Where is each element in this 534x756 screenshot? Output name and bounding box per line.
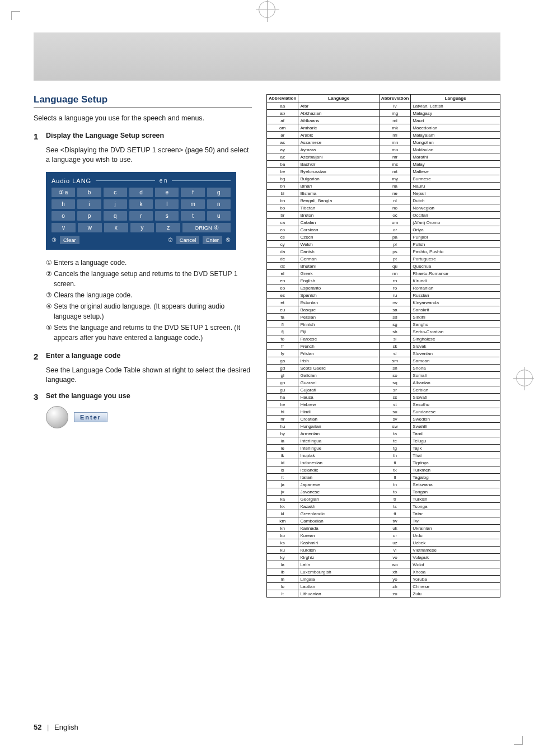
key-x[interactable]: x <box>104 223 128 232</box>
language-code-table: AbbreviationLanguageAbbreviationLanguage… <box>266 94 500 598</box>
table-row: faPersiansdSindhi <box>267 314 500 321</box>
table-row: fjFijishSerbo-Croatian <box>267 328 500 335</box>
crop-mark-icon <box>514 736 523 745</box>
key-b[interactable]: b <box>77 188 101 197</box>
page-footer: 52 | English <box>34 723 78 731</box>
table-row: fiFinnishsgSangho <box>267 321 500 328</box>
key-v[interactable]: v <box>51 223 76 232</box>
section-title: Language Setup <box>34 94 252 105</box>
key-w[interactable]: w <box>78 223 102 232</box>
table-row: bgBulgarianmyBurmese <box>267 175 500 183</box>
enter-button[interactable]: Enter <box>203 236 222 244</box>
table-row: gdScots GaelicsnShona <box>267 365 500 372</box>
clear-button[interactable]: Clear <box>60 236 79 244</box>
table-row: arArabicmlMalayalam <box>267 132 500 139</box>
table-row: boTibetannoNorwegian <box>267 204 500 212</box>
header-band <box>34 32 500 81</box>
step-heading: Set the language you use <box>46 392 130 402</box>
table-row: huHungarianswSwahili <box>267 423 500 430</box>
callout-item: ③ Clears the language code. <box>46 290 252 300</box>
key-h[interactable]: h <box>51 199 75 209</box>
table-row: kmCambodiantwTwi <box>267 517 500 525</box>
table-row: deGermanptPortuguese <box>267 255 500 263</box>
table-row: biBislamaneNepali <box>267 190 500 197</box>
table-row: gnGuaranisqAlbanian <box>267 379 500 386</box>
key-q[interactable]: q <box>104 211 127 221</box>
key-d[interactable]: d <box>129 188 153 197</box>
table-row: ayAymaramoMoldavian <box>267 146 500 153</box>
key-r[interactable]: r <box>129 211 153 221</box>
registration-mark-icon <box>516 370 533 386</box>
footer-language: English <box>54 723 78 731</box>
key-f[interactable]: f <box>181 188 204 197</box>
panel-preview: e n <box>160 178 167 184</box>
callout-2-icon: ② <box>168 237 173 243</box>
table-row: haHausassSiswati <box>267 394 500 401</box>
table-row: beByelorussianmtMaltese <box>267 168 500 175</box>
step-2: 2 Enter a language code <box>34 352 252 361</box>
key-i[interactable]: i <box>77 199 101 209</box>
table-row: ksKashmiriuzUzbek <box>267 539 500 547</box>
table-row: klGreenlandicttTatar <box>267 510 500 517</box>
table-row: asAssamesemnMongolian <box>267 139 500 146</box>
table-row: bhBiharinaNauru <box>267 183 500 190</box>
callout-item: ⑤ Sets the language and returns to the D… <box>46 323 252 343</box>
page-number: 52 <box>34 723 41 731</box>
table-row: aaAfarlvLatvian, Lettish <box>267 102 500 110</box>
table-row: daDanishpsPashto, Pushto <box>267 248 500 255</box>
knob-icon <box>46 406 68 428</box>
key-g[interactable]: g <box>207 188 231 197</box>
table-row: kkKazakhtsTsonga <box>267 503 500 510</box>
table-row: brBretonocOccitan <box>267 212 500 219</box>
table-header: Language <box>298 95 379 102</box>
table-row: hyArmeniantaTamil <box>267 430 500 437</box>
table-row: knKannadaukUkrainian <box>267 525 500 532</box>
key-l[interactable]: l <box>155 199 179 209</box>
table-header: Language <box>411 95 500 102</box>
table-row: lnLingalayoYoruba <box>267 576 500 583</box>
table-row: foFaroesesiSinghalese <box>267 335 500 343</box>
orign-button[interactable]: ORIGN ④ <box>182 223 231 232</box>
key-m[interactable]: m <box>181 199 204 209</box>
table-row: afAfrikaansmiMaori <box>267 117 500 124</box>
step-body: See the Language Code Table shown at rig… <box>46 366 252 385</box>
table-row: loLaotianzhChinese <box>267 583 500 590</box>
key-e[interactable]: e <box>155 188 179 197</box>
table-row: laLatinwoWolof <box>267 561 500 568</box>
table-row: elGreekrmRhaeto-Romance <box>267 270 500 277</box>
table-row: euBasquesaSanskrit <box>267 306 500 314</box>
table-row: azAzerbaijanimrMarathi <box>267 153 500 161</box>
key-j[interactable]: j <box>104 199 127 209</box>
key-u[interactable]: u <box>207 211 231 221</box>
key-z[interactable]: z <box>156 223 180 232</box>
key-y[interactable]: y <box>130 223 154 232</box>
cancel-button[interactable]: Cancel <box>176 236 200 244</box>
table-row: fyFrisianslSlovenian <box>267 350 500 357</box>
key-c[interactable]: c <box>104 188 127 197</box>
table-row: iaInterlinguateTelugu <box>267 437 500 445</box>
table-row: koKoreanurUrdu <box>267 532 500 539</box>
intro-text: Selects a language you use for the speec… <box>34 114 252 124</box>
table-row: amAmharicmkMacedonian <box>267 124 500 132</box>
key-a[interactable]: ①a <box>51 188 75 197</box>
table-row: esSpanishruRussian <box>267 292 500 299</box>
callout-3-icon: ③ <box>51 237 57 243</box>
table-row: coCorsicanorOriya <box>267 226 500 234</box>
key-n[interactable]: n <box>207 199 231 209</box>
enter-button[interactable]: Enter <box>74 412 107 422</box>
table-row: lbLuxembourgishxhXhosa <box>267 568 500 576</box>
table-header: Abbreviation <box>267 95 298 102</box>
step-heading: Enter a language code <box>46 352 120 361</box>
table-row: baBashkirmsMalay <box>267 161 500 168</box>
key-p[interactable]: p <box>77 211 101 221</box>
key-s[interactable]: s <box>155 211 179 221</box>
key-o[interactable]: o <box>51 211 75 221</box>
key-k[interactable]: k <box>129 199 153 209</box>
table-row: jaJapanesetnSetswana <box>267 481 500 488</box>
table-row: glGaliciansoSomali <box>267 372 500 379</box>
callout-list: ① Enters a language code.② Cancels the l… <box>46 258 252 343</box>
divider <box>34 108 252 108</box>
table-row: abAbkhazianmgMalagasy <box>267 110 500 117</box>
table-row: kyKirghizvoVolapuk <box>267 554 500 561</box>
key-t[interactable]: t <box>181 211 204 221</box>
